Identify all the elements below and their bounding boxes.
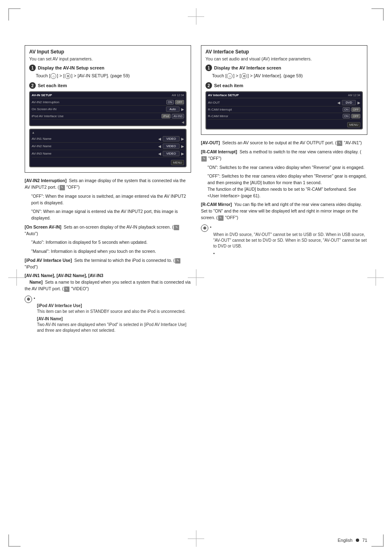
corner-mark-bl <box>8 534 21 547</box>
on-screen-label: On Screen AV-IN <box>32 107 166 111</box>
step1-instruction-right: Touch [⌂] > [⚙] > [AV Interface]. (page … <box>205 73 363 79</box>
on-off-toggle: ON OFF <box>166 100 184 104</box>
on-screen-avin-row: On Screen AV-IN Auto ▶ <box>32 106 184 113</box>
avin2-arrow-left: ◀ <box>158 144 161 148</box>
step2-badge: 2 <box>29 82 36 89</box>
ipod-avin3-toggle: iPod AV-IN3 <box>161 114 184 118</box>
left-column: AV Input Setup You can set AV input para… <box>25 45 191 530</box>
note-ipod-interface <box>34 296 191 301</box>
ipod-interface-row: iPod AV Interface Use iPod AV-IN3 <box>32 113 184 120</box>
rcam-on-desc: "ON": Switches to the rear camera video … <box>201 164 367 171</box>
edit-icon-2: ✎ <box>174 225 179 230</box>
avin3-value: VIDEO <box>163 151 180 156</box>
note-ipod-text: [iPod AV Interface Use] This item can be… <box>37 303 191 314</box>
step1-title-right: Display the AV Interface screen <box>214 65 281 70</box>
av-input-step1-label: 1 Display the AV-IN Setup screen <box>29 65 187 71</box>
right-column: AV Interface Setup You can set audio and… <box>201 45 367 530</box>
av-in2-interruption-bold: [AV-IN2 Interruption] <box>25 178 67 183</box>
note-empty: • <box>213 251 367 257</box>
off-btn: OFF <box>175 100 184 104</box>
av-out-value: ◀ DVD ▶ <box>337 100 360 105</box>
note-avin-name-text: [AV-IN Name] Two AV-IN names are display… <box>37 316 191 333</box>
av-input-setup-subtitle: You can set AV input parameters. <box>29 56 187 61</box>
avin1-name-label: AV-IN1 Name <box>32 137 158 141</box>
note-ipod-title <box>37 296 38 301</box>
av-in2-interruption-desc: [AV-IN2 Interruption] Sets an image disp… <box>25 178 191 191</box>
avin2-name-label: AV-IN2 Name <box>32 144 158 148</box>
home-icon: ⌂ <box>51 73 56 79</box>
av-input-setup-box: AV Input Setup You can set AV input para… <box>25 45 191 173</box>
screen-time: AM 12:34 <box>172 94 184 97</box>
rcam-interrupt-row: R-CAM Interrupt ON OFF <box>208 106 360 113</box>
menu-button-right: MENU <box>347 122 360 127</box>
main-content: AV Input Setup You can set AV input para… <box>25 45 367 530</box>
av-in-screen-bottom: ▲ AV-IN1 Name ◀ VIDEO ▶ AV-IN2 Name <box>29 129 187 167</box>
av-input-step2-label: 2 Set each item <box>29 82 187 89</box>
av-interface-setup-title: AV Interface Setup <box>205 49 363 55</box>
av-out-bold: [AV-OUT] <box>201 140 220 145</box>
on-screen-value: Auto ▶ <box>166 106 184 112</box>
note-avout-text <box>213 224 214 230</box>
rcam-mirror-toggle: ON OFF <box>343 114 361 118</box>
av-out-label: AV-OUT <box>208 101 337 104</box>
note-ipod-bold: [iPod AV Interface Use] <box>37 303 82 308</box>
edit-icon-1: ✎ <box>60 185 65 190</box>
settings-icon: ⚙ <box>65 73 71 79</box>
step1-instruction: Touch [⌂] > [⚙] > [AV-IN SETUP]. (page 5… <box>29 73 187 79</box>
av-interface-screen-title: AV Interface SETUP <box>208 93 239 97</box>
av-input-setup-title: AV Input Setup <box>29 49 187 55</box>
language-label: English <box>338 538 353 543</box>
avin3-name-label: AV-IN3 Name <box>32 152 158 155</box>
av-in2-interruption-row: AV-IN2 Interruption ON OFF <box>32 99 184 106</box>
on-screen-avin-desc: [On Screen AV-IN] Sets an on-screen disp… <box>25 224 191 237</box>
ipod-btn: iPod <box>161 114 171 118</box>
scroll-indicator: ◀ <box>32 120 184 124</box>
ipod-interface-label: iPod AV Interface Use <box>32 114 161 118</box>
rcam-interrupt-bold: [R-CAM Interrupt] <box>201 149 237 154</box>
av-interface-step1-label: 1 Display the AV Interface screen <box>205 65 363 71</box>
avin1-arrow-right: ▶ <box>181 137 184 141</box>
ipod-av-interface-desc: [iPod AV Interface Use] Sets the termina… <box>25 257 191 271</box>
menu-btn-area: MENU <box>32 159 184 165</box>
step2-title-right: Set each item <box>214 83 243 88</box>
scroll-up-indicator: ▲ <box>32 131 184 134</box>
av-out-desc: [AV-OUT] Selects an AV source to be outp… <box>201 140 367 146</box>
page-footer: English 71 <box>338 538 367 543</box>
top-crosshair <box>188 8 204 25</box>
note-avout-dvd <box>210 224 367 230</box>
edit-icon-r3: ✎ <box>218 215 224 221</box>
rcam-mirror-row: R-CAM Mirror ON OFF <box>208 113 360 120</box>
rcam-off-desc: "OFF": Switches to the rear camera video… <box>201 173 367 199</box>
note-icon-left: ⊕ <box>25 296 32 303</box>
right-crosshair <box>367 269 384 286</box>
rcam-interrupt-toggle: ON OFF <box>343 107 361 112</box>
screen-title: AV-IN SETUP <box>32 93 52 97</box>
avin3-arrow-left: ◀ <box>158 152 161 156</box>
av-in-name-desc: [AV-IN1 Name], [AV-IN2 Name], [AV-IN3 Na… <box>25 273 191 292</box>
left-crosshair <box>8 269 25 286</box>
arrow-right: ▶ <box>181 107 184 111</box>
note-avin-bold: [AV-IN Name] <box>37 317 63 321</box>
av-in-name-bold: [AV-IN1 Name], [AV-IN2 Name], [AV-IN3 Na… <box>25 273 103 284</box>
av-out-right: ▶ <box>357 101 360 105</box>
avin3-name-row: AV-IN3 Name ◀ VIDEO ▶ <box>32 150 184 157</box>
step2-title: Set each item <box>38 83 67 88</box>
note-content-right: When in DVD source, "AV-OUT" cannot be s… <box>210 224 367 257</box>
av-in-device-screen: AV-IN SETUP AM 12:34 AV-IN2 Interruption… <box>29 91 187 167</box>
settings-icon-right: ⚙ <box>241 73 247 79</box>
auto-value: Auto <box>166 106 180 112</box>
av-interface-screen: AV Interface SETUP AM 12:34 AV-OUT ◀ DVD… <box>205 91 363 130</box>
rcam-interrupt-label: R-CAM Interrupt <box>208 108 343 111</box>
av-out-left: ◀ <box>337 101 340 105</box>
edit-icon-3: ✎ <box>175 258 180 264</box>
av-interface-setup-subtitle: You can set audio and visual (AV) interf… <box>205 56 363 61</box>
up-arrow: ▲ <box>32 131 35 134</box>
rcam-mirror-desc: [R-CAM Mirror] You can flip the left and… <box>201 201 367 221</box>
avin2-name-value: ◀ VIDEO ▶ <box>158 143 184 149</box>
step2-badge-right: 2 <box>205 82 212 89</box>
av-input-notes: ⊕ [iPod AV Interface Use] This item can … <box>25 296 191 335</box>
av-interface-step2-label: 2 Set each item <box>205 82 363 89</box>
page-number: 71 <box>362 538 367 543</box>
auto-desc: "Auto": Information is displayed for 5 s… <box>25 239 191 246</box>
rcam-mirror-label: R-CAM Mirror <box>208 114 343 118</box>
